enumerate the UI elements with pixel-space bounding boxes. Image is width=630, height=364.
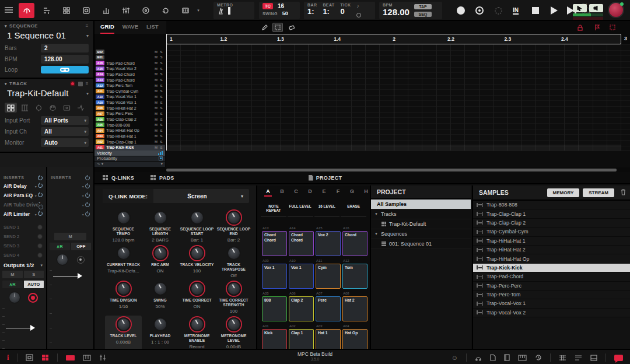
- qlink-knob[interactable]: [153, 282, 167, 296]
- row-solo-button[interactable]: S: [159, 146, 164, 149]
- qlink-knob-cell[interactable]: SEQUENCE TEMPO128.0 bpm: [105, 209, 142, 244]
- row-mute-button[interactable]: M: [153, 129, 159, 132]
- overdub-button[interactable]: [473, 5, 487, 16]
- sample-row[interactable]: Trap-Vocal-Vox 1: [473, 299, 630, 308]
- insert-slot[interactable]: AIR Delay▾: [0, 181, 46, 191]
- sample-row[interactable]: Trap-Pad-Chord: [473, 272, 630, 281]
- track-row[interactable]: A07Trap-Perc-PercMS: [94, 111, 165, 117]
- power-icon[interactable]: [85, 193, 90, 198]
- pad-bank-h[interactable]: H: [362, 188, 370, 197]
- row-solo-button[interactable]: S: [159, 140, 164, 144]
- looper-button[interactable]: [158, 3, 173, 18]
- 16-level-button[interactable]: 16 LEVEL: [314, 201, 340, 216]
- lane-velocity[interactable]: Velocity: [94, 150, 165, 156]
- row-solo-button[interactable]: S: [159, 106, 164, 110]
- midi-icon[interactable]: [47, 103, 59, 113]
- track-row[interactable]: B02MS: [94, 49, 165, 55]
- bar-value[interactable]: 1:: [307, 7, 317, 16]
- row-mute-button[interactable]: M: [153, 55, 159, 59]
- sequence-selector[interactable]: 1 Sequence 01 ▾: [0, 30, 93, 43]
- row-mute-button[interactable]: M: [153, 112, 159, 116]
- master-volume-knob[interactable]: [608, 2, 624, 18]
- full-level-button[interactable]: FULL LEVEL: [288, 201, 313, 216]
- send-knob[interactable]: [37, 225, 43, 230]
- collapse-icon[interactable]: ▾: [5, 82, 7, 86]
- pencil-tool[interactable]: [260, 23, 270, 32]
- qlink-mode-bar[interactable]: Q-LINK MODE: Screen ▾: [103, 189, 249, 203]
- mixer-button[interactable]: [118, 3, 134, 18]
- chat-icon[interactable]: [614, 355, 623, 361]
- qlink-knob-cell[interactable]: TRACK TRANSPOSEOff: [215, 244, 252, 280]
- track-row[interactable]: B01MS: [94, 55, 165, 61]
- pad-a06[interactable]: Clap 2: [289, 296, 314, 321]
- monitor-select[interactable]: Auto▾: [41, 138, 89, 147]
- track-row[interactable]: A03Trap-HiHat-Hat 1MS: [94, 134, 165, 139]
- row-mute-button[interactable]: M: [153, 101, 159, 104]
- qlink-knob-cell[interactable]: METRONOME ENABLERecord: [178, 316, 215, 351]
- record-button[interactable]: [454, 5, 468, 16]
- tree-expand-icon[interactable]: ▼: [374, 232, 378, 236]
- tap-button[interactable]: TAP: [414, 4, 432, 9]
- solo-button[interactable]: S: [24, 271, 44, 278]
- pad-a07[interactable]: Perc: [316, 296, 341, 321]
- qlink-knob[interactable]: [117, 282, 131, 296]
- position-cell[interactable]: BAR 1: BEAT 1: TICK 0 ♪: [304, 2, 375, 19]
- play-button[interactable]: [547, 5, 561, 16]
- tab-project[interactable]: PROJECT: [309, 175, 342, 181]
- send-slot[interactable]: SEND 3: [0, 241, 46, 250]
- track-row[interactable]: A04Trap-HiHat-Hat OpMS: [94, 128, 165, 134]
- qlink-knob[interactable]: [227, 282, 241, 296]
- track-row[interactable]: A12Trap-Perc-TomMS: [94, 83, 165, 89]
- pad-a14[interactable]: ChordChord: [289, 231, 314, 256]
- insert-slot[interactable]: ▾: [47, 181, 93, 191]
- track-row[interactable]: A16Trap-Pad-ChordMS: [94, 60, 165, 66]
- fader-handle[interactable]: [78, 273, 82, 279]
- mute-button[interactable]: M: [54, 233, 86, 240]
- qlink-knob[interactable]: [190, 282, 204, 296]
- chevron-down-icon[interactable]: ▾: [82, 184, 84, 188]
- qlink-knob-cell[interactable]: CURRENT TRACKTrap-Kit-Defa...: [105, 244, 142, 280]
- marquee-tool[interactable]: [272, 23, 283, 32]
- row-solo-button[interactable]: S: [159, 118, 164, 121]
- pad-bank-c[interactable]: C: [292, 188, 300, 197]
- row-solo-button[interactable]: S: [159, 101, 164, 104]
- row-solo-button[interactable]: S: [159, 72, 164, 76]
- tc-badge[interactable]: TC: [262, 3, 273, 9]
- track-row[interactable]: A11Trap-Cymbal-CymMS: [94, 88, 165, 94]
- sample-row[interactable]: Trap-HiHat-Hat 2: [473, 246, 630, 254]
- row-solo-button[interactable]: S: [159, 55, 164, 59]
- cv-icon[interactable]: [61, 103, 73, 113]
- chevron-down-icon[interactable]: ▾: [82, 212, 84, 216]
- sample-row[interactable]: Trap-808-808: [473, 201, 630, 209]
- tc-value[interactable]: 16: [278, 3, 284, 9]
- row-mute-button[interactable]: M: [153, 95, 159, 99]
- history-icon[interactable]: [535, 354, 542, 361]
- sample-row[interactable]: Trap-Vocal-Vox 2: [473, 309, 630, 317]
- auto-button[interactable]: AUTO: [24, 281, 44, 288]
- row-mute-button[interactable]: M: [153, 146, 159, 149]
- insert-slot[interactable]: ▾: [47, 209, 93, 219]
- power-icon[interactable]: [38, 192, 43, 197]
- chevron-down-icon[interactable]: ▾: [35, 194, 37, 198]
- metro-cell[interactable]: METRO: [214, 2, 254, 19]
- grid-layout-icon[interactable]: [559, 355, 566, 361]
- qlink-knob-cell[interactable]: TRACK LEVEL0.00dB: [105, 316, 142, 351]
- stop-button[interactable]: [528, 5, 542, 16]
- horizontal-scrollbar[interactable]: [166, 169, 617, 172]
- record-arm-icon[interactable]: [70, 81, 75, 86]
- sample-row[interactable]: Trap-Kick-Kick: [473, 264, 630, 272]
- chevron-down-icon[interactable]: ▾: [82, 194, 84, 198]
- bpm-value[interactable]: 128.00: [383, 7, 410, 17]
- row-solo-button[interactable]: S: [159, 84, 164, 88]
- more-modes-button[interactable]: ▾: [194, 3, 203, 18]
- keygroup-icon[interactable]: [19, 103, 31, 113]
- playhead[interactable]: [166, 34, 167, 167]
- automation-button[interactable]: ∧R: [2, 281, 23, 288]
- program-edit-button[interactable]: [58, 3, 74, 18]
- qlink-knob[interactable]: [190, 246, 204, 260]
- pad-bank-e[interactable]: E: [320, 188, 328, 197]
- qlink-knob-cell[interactable]: TRACK VELOCITY100: [178, 244, 215, 280]
- bpm-cell[interactable]: BPM 128.00 TAP SEQ: [379, 2, 442, 19]
- tab-qlinks[interactable]: Q-LINKS: [103, 175, 134, 181]
- pad-bank-g[interactable]: G: [348, 188, 356, 197]
